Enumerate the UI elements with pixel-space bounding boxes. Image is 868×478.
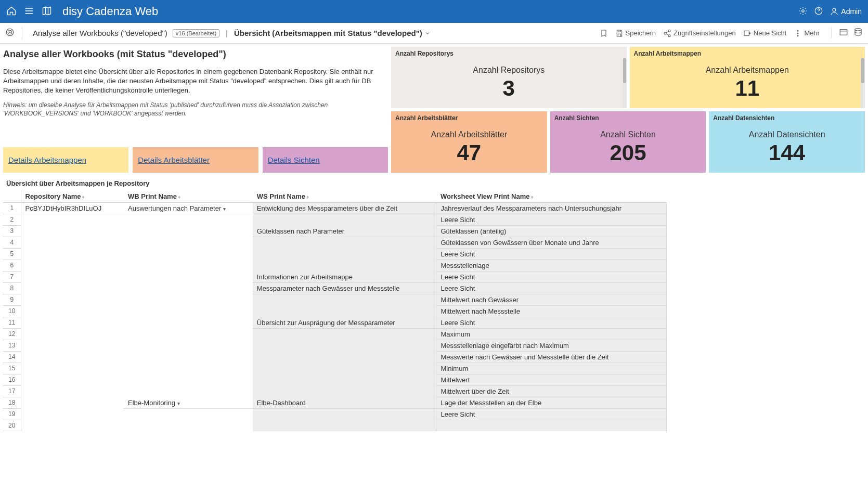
cell-repository [21,294,124,306]
menu-icon[interactable] [24,6,34,18]
tile-scrollbar[interactable] [861,58,865,108]
cell-view: Jahresverlauf des Messparameters nach Un… [436,203,666,214]
row-number: 9 [3,294,21,306]
col-wb[interactable]: WB Print Name♦ [124,190,253,203]
cell-view: Messwerte nach Gewässer und Messstelle ü… [436,352,666,363]
tile-workbooks[interactable]: Anzahl Arbeitsmappen Anzahl Arbeitsmappe… [630,47,865,108]
bookmark-button[interactable] [600,29,608,37]
table-row[interactable]: 8Messparameter nach Gewässer und Messste… [3,283,666,294]
table-row[interactable]: 9Mittelwert nach Gewässer [3,294,666,306]
cell-view: Leere Sicht [436,283,666,294]
cell-view: Güteklassen (anteilig) [436,226,666,237]
table-row[interactable]: 14Messwerte nach Gewässer und Messstelle… [3,352,666,363]
link-details-workbooks[interactable]: Details Arbeitsmappen [3,147,128,173]
cell-wb [124,214,253,226]
table-row[interactable]: 10Mittelwert nach Messstelle [3,306,666,317]
cell-ws: Messparameter nach Gewässer und Messstel… [253,283,436,294]
gear-icon[interactable] [798,6,808,17]
tile-value: 144 [769,140,805,165]
intro-hint: Hinweis: um dieselbe Analyse für Arbeits… [3,101,388,119]
col-repository[interactable]: Repository Name♦ [21,190,124,203]
table-row[interactable]: 1PcBYJDtHybIR3hDILuOJAuswertungen nach P… [3,203,666,214]
tile-dataviews[interactable]: Anzahl Datensichten Anzahl Datensichten … [709,111,865,173]
save-button[interactable]: Speichern [615,29,656,37]
cell-view: Leere Sicht [436,272,666,283]
col-ws[interactable]: WS Print Name♦ [253,190,436,203]
cell-wb [124,260,253,272]
svg-point-8 [668,34,670,36]
tile-label: Anzahl Arbeitsblätter [431,130,507,139]
workbook-info-icon[interactable] [839,28,848,38]
table-row[interactable]: 5Leere Sicht [3,249,666,260]
cell-view: Mittelwert nach Messstelle [436,306,666,317]
cell-repository [21,329,124,340]
tile-scrollbar[interactable] [623,58,627,108]
cell-ws: Güteklassen nach Parameter [253,226,436,237]
more-button[interactable]: Mehr [794,29,820,37]
cell-view: Mittelwert nach Gewässer [436,294,666,306]
user-menu[interactable]: Admin [830,7,862,16]
tile-value: 3 [503,76,515,101]
cell-wb[interactable]: Elbe-Monitoring▾ [124,397,253,409]
cell-ws [253,374,436,386]
tile-views[interactable]: Anzahl Sichten Anzahl Sichten 205 [550,111,706,173]
col-rownum[interactable] [3,190,21,203]
cell-view: Leere Sicht [436,317,666,329]
cell-wb [124,306,253,317]
svg-point-12 [797,35,798,36]
cell-wb [124,374,253,386]
cell-wb[interactable]: Auswertungen nach Parameter▾ [124,203,253,214]
cell-ws: Elbe-Dashboard [253,397,436,409]
tile-repositories[interactable]: Anzahl Repositorys Anzahl Repositorys 3 [391,47,627,108]
version-badge[interactable]: v16 (Bearbeitet) [173,29,219,37]
cell-repository [21,352,124,363]
map-icon[interactable] [42,6,52,18]
svg-point-11 [797,33,798,34]
row-number: 2 [3,214,21,226]
table-row[interactable]: 13Messstellenlage eingefärbt nach Maximu… [3,340,666,352]
row-number: 14 [3,352,21,363]
home-icon[interactable] [6,6,17,18]
link-details-views[interactable]: Details Sichten [263,147,388,173]
table-row[interactable]: 11Übersicht zur Ausprägung der Messparam… [3,317,666,329]
svg-point-6 [668,30,670,32]
tile-sheets[interactable]: Anzahl Arbeitsblätter Anzahl Arbeitsblät… [391,111,547,173]
page-title: Analyse aller Workbooks (mit Status "dev… [3,49,388,60]
cell-wb [124,409,253,420]
table-row[interactable]: 19Leere Sicht [3,409,666,420]
tile-value: 205 [610,140,646,165]
table-row[interactable]: 18Elbe-Monitoring▾Elbe-DashboardLage der… [3,397,666,409]
table-row[interactable]: 7Informationen zur ArbeitsmappeLeere Sic… [3,272,666,283]
cell-ws [253,420,436,431]
database-icon[interactable] [853,28,863,38]
col-view[interactable]: Worksheet View Print Name♦ [436,190,666,203]
cell-ws [253,237,436,249]
user-label: Admin [841,7,862,16]
breadcrumb-workbook[interactable]: Analyse aller Workbooks ("developed") [33,29,167,37]
cell-repository [21,226,124,237]
breadcrumb-sheet[interactable]: Übersicht (Arbeitsmappen mit Status "dev… [234,29,431,37]
cell-repository: PcBYJDtHybIR3hDILuOJ [21,203,124,214]
cell-ws [253,340,436,352]
row-number: 18 [3,397,21,409]
row-number: 7 [3,272,21,283]
table-row[interactable]: 3Güteklassen nach ParameterGüteklassen (… [3,226,666,237]
table-row[interactable]: 17Mittelwert über die Zeit [3,386,666,397]
table-row[interactable]: 4Güteklassen von Gewässern über Monate u… [3,237,666,249]
new-view-button[interactable]: Neue Sicht [743,29,787,37]
help-icon[interactable] [814,6,823,17]
cell-wb [124,352,253,363]
table-row[interactable]: 20 [3,420,666,431]
table-row[interactable]: 15Minimum [3,363,666,374]
table-row[interactable]: 6Messstellenlage [3,260,666,272]
cell-wb [124,249,253,260]
cell-repository [21,409,124,420]
row-number: 15 [3,363,21,374]
access-button[interactable]: Zugriffseinstellungen [663,29,736,37]
target-icon[interactable] [5,28,15,38]
cell-view: Leere Sicht [436,214,666,226]
link-details-sheets[interactable]: Details Arbeitsblätter [133,147,258,173]
table-row[interactable]: 2Leere Sicht [3,214,666,226]
table-row[interactable]: 16Mittelwert [3,374,666,386]
table-row[interactable]: 12Maximum [3,329,666,340]
